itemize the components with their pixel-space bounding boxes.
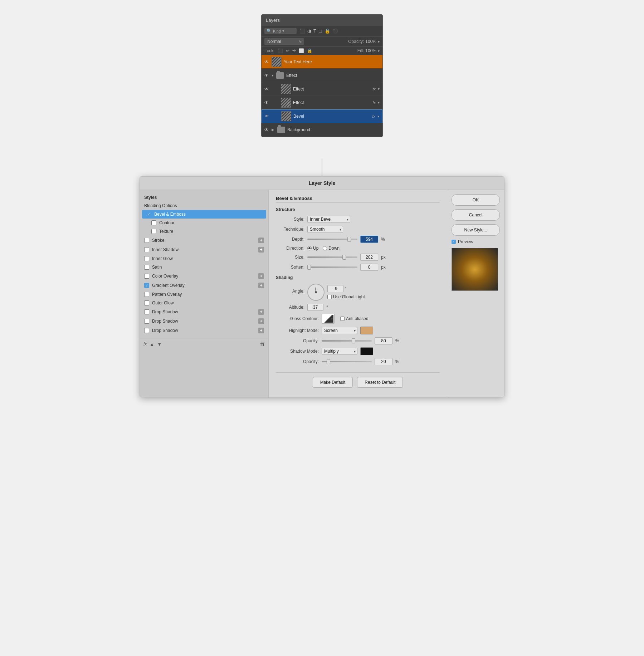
direction-up-radio[interactable] [307, 246, 312, 250]
layer-row[interactable]: 👁 Effect fx ▾ [262, 82, 382, 96]
visibility-icon[interactable]: 👁 [264, 113, 270, 119]
reset-to-default-button[interactable]: Reset to Default [357, 377, 403, 388]
gradient-overlay-checkbox[interactable]: ✓ [144, 283, 149, 288]
direction-down-radio[interactable] [323, 246, 327, 250]
sidebar-item-color-overlay[interactable]: Color Overlay + [140, 271, 268, 281]
shadow-mode-select[interactable]: Multiply [322, 348, 357, 355]
highlight-opacity-slider[interactable] [322, 340, 372, 342]
size-slider[interactable] [307, 256, 357, 258]
bevel-emboss-checkbox[interactable]: ✓ [146, 212, 151, 217]
cancel-button[interactable]: Cancel [452, 209, 500, 221]
style-select-wrapper[interactable]: Inner Bevel [307, 216, 350, 223]
drop-shadow-3-checkbox[interactable] [144, 328, 149, 333]
depth-slider-thumb[interactable] [347, 237, 351, 242]
satin-checkbox[interactable] [144, 265, 149, 270]
color-filter-icon[interactable]: ⚫ [332, 28, 338, 34]
inner-shadow-add-btn[interactable]: + [258, 247, 264, 253]
sidebar-item-blending-options[interactable]: Blending Options [140, 201, 268, 210]
shadow-opacity-thumb[interactable] [327, 359, 330, 364]
drop-shadow-2-add-btn[interactable]: + [258, 318, 264, 324]
fill-chevron[interactable]: ▾ [378, 49, 380, 53]
sidebar-item-inner-glow[interactable]: Inner Glow [140, 254, 268, 263]
sidebar-item-texture[interactable]: Texture [140, 227, 268, 236]
shadow-mode-select-wrapper[interactable]: Multiply [322, 348, 357, 355]
sidebar-item-drop-shadow-1[interactable]: Drop Shadow + [140, 307, 268, 317]
color-overlay-add-btn[interactable]: + [258, 273, 264, 279]
lock-pixel-icon[interactable]: ⬛ [278, 48, 283, 53]
visibility-icon[interactable]: 👁 [264, 73, 269, 78]
type-filter-icon[interactable]: T [313, 28, 316, 34]
shape-filter-icon[interactable]: ◻ [318, 28, 322, 34]
texture-checkbox[interactable] [151, 229, 156, 234]
size-input[interactable]: 202 [360, 254, 378, 261]
inner-shadow-checkbox[interactable] [144, 247, 149, 252]
soften-slider-thumb[interactable] [307, 265, 311, 270]
sidebar-item-bevel-emboss[interactable]: ✓ Bevel & Emboss [142, 210, 266, 219]
size-slider-thumb[interactable] [342, 255, 346, 260]
drop-shadow-3-add-btn[interactable]: + [258, 328, 264, 333]
sidebar-item-gradient-overlay[interactable]: ✓ Gradient Overlay + [140, 281, 268, 290]
visibility-icon[interactable]: 👁 [264, 127, 269, 133]
gradient-overlay-add-btn[interactable]: + [258, 283, 264, 288]
visibility-icon[interactable]: 👁 [264, 86, 269, 92]
lock-transform-icon[interactable]: ✛ [292, 48, 296, 53]
angle-dial[interactable] [307, 284, 325, 301]
shadow-color-swatch[interactable] [360, 347, 373, 355]
sidebar-item-satin[interactable]: Satin [140, 263, 268, 271]
use-global-light-item[interactable]: Use Global Light [327, 294, 365, 299]
sidebar-item-stroke[interactable]: Stroke + [140, 236, 268, 245]
layer-row[interactable]: 👁 Effect fx ▾ [262, 96, 382, 109]
ok-button[interactable]: OK [452, 194, 500, 206]
new-style-button[interactable]: New Style... [452, 224, 500, 236]
style-select[interactable]: Inner Bevel [307, 216, 350, 223]
lock-all-icon[interactable]: 🔒 [307, 48, 312, 53]
angle-input[interactable]: -9 [327, 285, 343, 292]
technique-select[interactable]: Smooth [307, 226, 343, 233]
depth-input[interactable]: 594 [360, 236, 378, 243]
soften-input[interactable]: 0 [360, 264, 378, 271]
adjust-filter-icon[interactable]: ◑ [307, 28, 311, 34]
sidebar-item-pattern-overlay[interactable]: Pattern Overlay [140, 290, 268, 299]
sidebar-item-inner-shadow[interactable]: Inner Shadow + [140, 245, 268, 254]
stroke-checkbox[interactable] [144, 238, 149, 243]
fx-expand-icon[interactable]: ▾ [378, 87, 380, 91]
make-default-button[interactable]: Make Default [313, 377, 353, 388]
search-box[interactable]: 🔍 Kind ▾ [264, 28, 297, 34]
contour-checkbox[interactable] [151, 220, 156, 225]
pixel-filter-icon[interactable]: ⬛ [299, 28, 305, 34]
layer-row[interactable]: 👁 Your Text Here [262, 55, 382, 69]
opacity-chevron[interactable]: ▾ [378, 40, 380, 44]
stroke-add-btn[interactable]: + [258, 238, 264, 243]
lock-artboard-icon[interactable]: ⬜ [299, 48, 304, 53]
outer-glow-checkbox[interactable] [144, 300, 149, 305]
fx-expand-icon[interactable]: ▾ [378, 101, 380, 104]
drop-shadow-1-checkbox[interactable] [144, 309, 149, 314]
direction-down-item[interactable]: Down [323, 246, 340, 251]
move-up-icon[interactable]: ▲ [150, 342, 154, 347]
drop-shadow-2-checkbox[interactable] [144, 319, 149, 324]
shadow-opacity-input[interactable]: 20 [375, 358, 392, 365]
visibility-icon[interactable]: 👁 [264, 100, 269, 106]
move-down-icon[interactable]: ▼ [157, 342, 162, 347]
delete-icon[interactable]: 🗑 [260, 341, 265, 347]
altitude-input[interactable]: 37 [307, 304, 323, 311]
anti-aliased-item[interactable]: Anti-aliased [340, 316, 369, 321]
smart-filter-icon[interactable]: 🔒 [325, 28, 330, 34]
drop-shadow-1-add-btn[interactable]: + [258, 309, 264, 315]
direction-up-item[interactable]: Up [307, 246, 318, 251]
layer-row[interactable]: 👁 ▾ Effect [262, 69, 382, 82]
sidebar-item-outer-glow[interactable]: Outer Glow [140, 299, 268, 307]
layer-row[interactable]: 👁 ▶ Background [262, 123, 382, 137]
expand-icon[interactable]: ▾ [272, 73, 273, 77]
expand-icon[interactable]: ▶ [272, 128, 274, 132]
highlight-mode-select[interactable]: Screen [322, 327, 357, 334]
preview-checkbox[interactable]: ✓ [452, 240, 456, 244]
sidebar-item-contour[interactable]: Contour [140, 219, 268, 227]
anti-aliased-checkbox[interactable] [340, 317, 345, 321]
color-overlay-checkbox[interactable] [144, 274, 149, 279]
sidebar-item-drop-shadow-3[interactable]: Drop Shadow + [140, 326, 268, 335]
blend-mode-select[interactable]: Normal [264, 38, 304, 45]
sidebar-item-drop-shadow-2[interactable]: Drop Shadow + [140, 317, 268, 326]
pattern-overlay-checkbox[interactable] [144, 292, 149, 297]
technique-select-wrapper[interactable]: Smooth [307, 226, 343, 233]
